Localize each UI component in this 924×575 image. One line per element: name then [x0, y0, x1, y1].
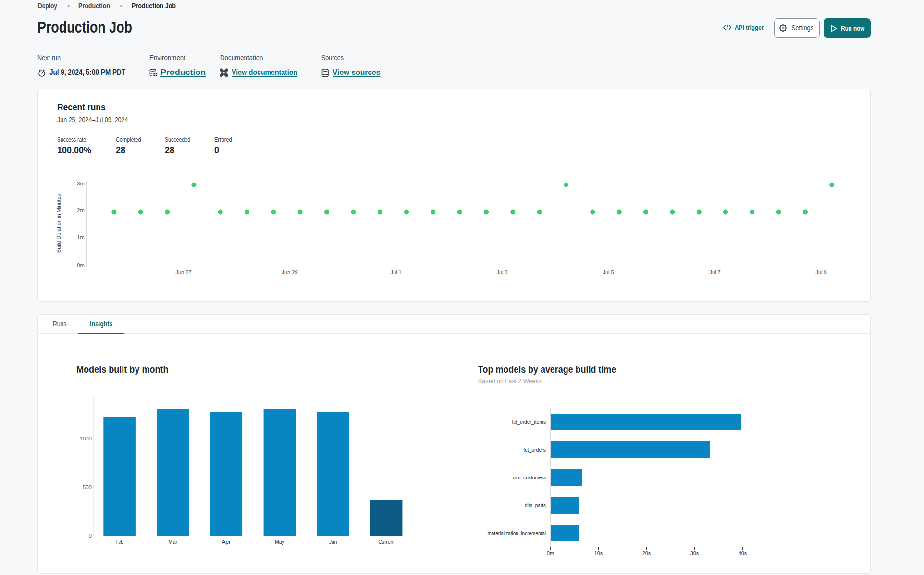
svg-text:Jun 27: Jun 27	[175, 269, 191, 275]
svg-text:20s: 20s	[642, 551, 651, 556]
svg-text:Jun 29: Jun 29	[282, 269, 297, 275]
svg-text:Mar: Mar	[168, 539, 177, 545]
svg-text:fct_orders: fct_orders	[523, 447, 546, 453]
svg-text:1m: 1m	[77, 234, 84, 240]
svg-text:Apr: Apr	[222, 539, 231, 545]
svg-text:0m: 0m	[77, 262, 84, 268]
svg-text:1000: 1000	[79, 436, 92, 441]
svg-text:Current: Current	[378, 539, 394, 545]
svg-text:0m: 0m	[547, 551, 554, 556]
svg-text:Jun: Jun	[329, 539, 337, 545]
svg-text:500: 500	[83, 484, 92, 490]
svg-text:30s: 30s	[690, 551, 699, 556]
svg-text:0: 0	[89, 533, 92, 538]
svg-text:Build Duration in Minutes: Build Duration in Minutes	[56, 194, 62, 253]
svg-text:May: May	[275, 539, 284, 545]
svg-text:10s: 10s	[594, 551, 603, 556]
svg-text:2m: 2m	[77, 208, 84, 213]
svg-text:Jul 5: Jul 5	[603, 269, 614, 275]
svg-text:Jul 1: Jul 1	[390, 269, 401, 275]
svg-text:3m: 3m	[77, 181, 84, 186]
svg-text:dim_customers: dim_customers	[513, 475, 546, 480]
svg-text:fct_order_items: fct_order_items	[512, 419, 546, 425]
svg-text:Feb: Feb	[115, 539, 123, 545]
svg-text:40s: 40s	[739, 551, 747, 556]
svg-text:Jul 9: Jul 9	[815, 269, 826, 275]
svg-text:materialization_incremental: materialization_incremental	[488, 530, 546, 536]
svg-text:Jul 3: Jul 3	[496, 269, 507, 275]
svg-text:dim_parts: dim_parts	[525, 502, 546, 508]
svg-text:Jul 7: Jul 7	[709, 269, 720, 275]
